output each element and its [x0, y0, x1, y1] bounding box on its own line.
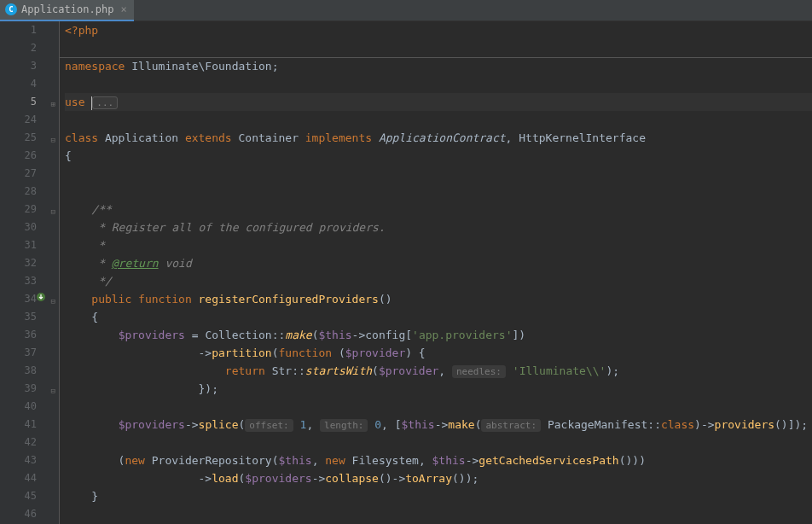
- code-line: [65, 434, 812, 451]
- editor-tab[interactable]: C Application.php ×: [0, 0, 134, 21]
- code-line: ->partition(function ($provider) {: [65, 344, 812, 362]
- code-line: ->load($providers->collapse()->toArray()…: [65, 469, 812, 487]
- code-line: /**: [65, 201, 812, 218]
- code-line: * @return void: [65, 254, 812, 272]
- code-line: $providers->splice(offset: 1, length: 0,…: [65, 416, 812, 434]
- line-number[interactable]: 37: [0, 344, 59, 362]
- code-line: */: [65, 272, 812, 290]
- code-line: public function registerConfiguredProvid…: [65, 290, 812, 308]
- line-number[interactable]: 32: [0, 254, 59, 272]
- line-number[interactable]: 41: [0, 416, 59, 434]
- fold-collapse-icon[interactable]: ⊟: [48, 382, 55, 390]
- editor-pane: 1 2 3 4 5⊞ 24 25⊟ 26 27 28 29⊟ 30 31 32 …: [0, 21, 812, 524]
- code-line: $providers = Collection::make($this->con…: [65, 326, 812, 344]
- code-area[interactable]: <?php namespace Illuminate\Foundation; u…: [60, 21, 812, 524]
- line-number[interactable]: 4: [0, 75, 59, 93]
- line-number[interactable]: 34 ⊟: [0, 290, 59, 308]
- param-hint: needles:: [452, 365, 506, 378]
- tab-label: Application.php: [21, 1, 113, 19]
- line-number[interactable]: 31: [0, 236, 59, 254]
- code-line: (new ProviderRepository($this, new Files…: [65, 451, 812, 469]
- fold-placeholder[interactable]: ...: [92, 96, 118, 109]
- code-line: [65, 165, 812, 183]
- file-type-icon: C: [5, 3, 17, 15]
- line-number[interactable]: 40: [0, 398, 59, 416]
- code-line: {: [65, 308, 812, 326]
- code-line: [65, 111, 812, 129]
- code-line: });: [65, 380, 812, 398]
- line-number[interactable]: 39⊟: [0, 380, 59, 398]
- line-number[interactable]: 35: [0, 308, 59, 326]
- fold-expand-icon[interactable]: ⊞: [48, 96, 55, 103]
- param-hint: abstract:: [481, 419, 541, 432]
- line-number[interactable]: 29⊟: [0, 201, 59, 218]
- line-number[interactable]: 2: [0, 39, 59, 57]
- code-line: [65, 75, 812, 93]
- code-line: return Str::startsWith($provider, needle…: [65, 362, 812, 380]
- code-line: class Application extends Container impl…: [65, 129, 812, 147]
- line-number[interactable]: 3: [0, 57, 59, 75]
- code-line: {: [65, 147, 812, 165]
- line-number[interactable]: 26: [0, 147, 59, 165]
- code-line: [65, 183, 812, 201]
- code-line: *: [65, 236, 812, 254]
- code-line: }: [65, 487, 812, 505]
- fold-collapse-icon[interactable]: ⊟: [48, 293, 55, 300]
- param-hint: length:: [320, 419, 368, 432]
- line-number[interactable]: 28: [0, 183, 59, 201]
- fold-collapse-icon[interactable]: ⊟: [48, 131, 55, 139]
- line-number[interactable]: 30: [0, 218, 59, 236]
- line-number[interactable]: 25⊟: [0, 129, 59, 147]
- line-number[interactable]: 45: [0, 487, 59, 505]
- param-hint: offset:: [245, 419, 293, 432]
- code-line: * Register all of the configured provide…: [65, 218, 812, 236]
- code-line: [65, 39, 812, 57]
- fold-collapse-icon[interactable]: ⊟: [48, 203, 55, 211]
- code-line: namespace Illuminate\Foundation;: [65, 57, 812, 75]
- line-number[interactable]: 36: [0, 326, 59, 344]
- code-line: use ...: [65, 93, 812, 111]
- code-line: [65, 505, 812, 523]
- line-number[interactable]: 44: [0, 469, 59, 487]
- gutter: 1 2 3 4 5⊞ 24 25⊟ 26 27 28 29⊟ 30 31 32 …: [0, 21, 60, 524]
- line-number[interactable]: 24: [0, 111, 59, 129]
- code-line: <?php: [65, 21, 812, 39]
- line-number[interactable]: 38: [0, 362, 59, 380]
- override-icon[interactable]: [36, 292, 46, 302]
- code-line: [65, 398, 812, 416]
- tab-bar: C Application.php ×: [0, 0, 812, 21]
- line-number[interactable]: 46: [0, 505, 59, 523]
- line-number[interactable]: 42: [0, 434, 59, 451]
- line-number[interactable]: 43: [0, 451, 59, 469]
- line-number[interactable]: 1: [0, 21, 59, 39]
- line-number[interactable]: 27: [0, 165, 59, 183]
- line-number[interactable]: 33: [0, 272, 59, 290]
- line-number[interactable]: 5⊞: [0, 93, 59, 111]
- close-icon[interactable]: ×: [120, 1, 126, 19]
